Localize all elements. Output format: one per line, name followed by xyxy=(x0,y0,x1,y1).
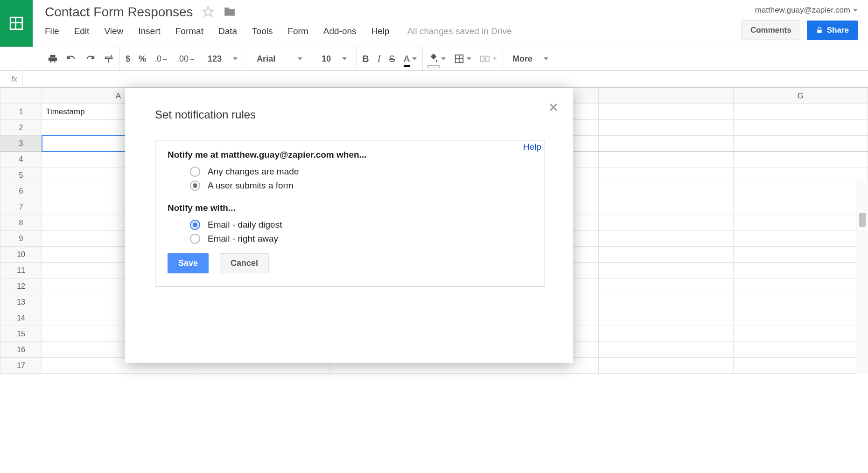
merge-cells-button[interactable] xyxy=(480,54,497,64)
cell[interactable] xyxy=(733,215,868,231)
cell[interactable] xyxy=(733,247,868,263)
cell[interactable] xyxy=(599,120,733,136)
menu-form[interactable]: Form xyxy=(280,24,315,38)
cell[interactable] xyxy=(599,231,733,247)
row-header[interactable]: 6 xyxy=(0,183,42,199)
bold-button[interactable]: B xyxy=(362,54,369,64)
cell[interactable] xyxy=(733,120,868,136)
row-header[interactable]: 5 xyxy=(0,167,42,183)
cell[interactable] xyxy=(599,342,733,358)
select-all-corner[interactable] xyxy=(0,88,42,104)
share-button[interactable]: Share xyxy=(807,21,858,40)
cell[interactable] xyxy=(599,278,733,294)
menu-file[interactable]: File xyxy=(45,24,67,38)
row-header[interactable]: 9 xyxy=(0,231,42,247)
column-header[interactable]: G xyxy=(733,88,868,104)
menu-addons[interactable]: Add-ons xyxy=(316,24,364,38)
row-header[interactable]: 4 xyxy=(0,152,42,167)
font-family-select[interactable]: Arial xyxy=(253,54,306,64)
paint-format-icon[interactable] xyxy=(104,54,114,64)
radio-form-submit[interactable]: A user submits a form xyxy=(190,181,532,191)
cell[interactable] xyxy=(599,167,733,183)
cell[interactable] xyxy=(733,278,868,294)
cell[interactable] xyxy=(599,358,733,374)
menu-format[interactable]: Format xyxy=(168,24,211,38)
decrease-decimal-button[interactable]: .0← xyxy=(154,54,168,64)
radio-right-away[interactable]: Email - right away xyxy=(190,234,532,244)
help-link[interactable]: Help xyxy=(523,142,541,152)
row-header[interactable]: 2 xyxy=(0,120,42,136)
cancel-button[interactable]: Cancel xyxy=(220,253,269,273)
cell[interactable] xyxy=(599,136,733,152)
cell[interactable] xyxy=(733,136,868,152)
row-header[interactable]: 8 xyxy=(0,215,42,231)
cell[interactable] xyxy=(733,167,868,183)
cell[interactable] xyxy=(733,104,868,120)
vertical-scrollbar[interactable] xyxy=(856,180,868,374)
percent-button[interactable]: % xyxy=(139,54,146,64)
menu-edit[interactable]: Edit xyxy=(67,24,97,38)
cell[interactable] xyxy=(733,358,868,374)
menu-insert[interactable]: Insert xyxy=(131,24,168,38)
cell[interactable] xyxy=(733,183,868,199)
account-menu[interactable]: matthew.guay@zapier.com xyxy=(755,6,858,15)
cell[interactable] xyxy=(733,199,868,215)
cell[interactable] xyxy=(599,215,733,231)
cell[interactable] xyxy=(733,310,868,326)
row-header[interactable]: 7 xyxy=(0,199,42,215)
star-icon[interactable] xyxy=(202,6,214,19)
cell[interactable] xyxy=(599,326,733,342)
italic-button[interactable]: I xyxy=(378,54,381,64)
borders-button[interactable] xyxy=(454,54,471,64)
menu-data[interactable]: Data xyxy=(211,24,245,38)
number-format-select[interactable]: 123 xyxy=(204,54,241,64)
cell[interactable] xyxy=(733,326,868,342)
sheets-logo[interactable] xyxy=(0,0,33,47)
row-header[interactable]: 14 xyxy=(0,310,42,326)
save-button[interactable]: Save xyxy=(168,253,209,273)
cell[interactable] xyxy=(733,263,868,278)
cell[interactable] xyxy=(599,294,733,310)
cell[interactable] xyxy=(599,199,733,215)
radio-daily-digest[interactable]: Email - daily digest xyxy=(190,220,532,230)
cell[interactable] xyxy=(599,152,733,167)
row-header[interactable]: 12 xyxy=(0,278,42,294)
cell[interactable] xyxy=(733,294,868,310)
fill-color-button[interactable] xyxy=(428,53,446,65)
column-header[interactable] xyxy=(599,88,733,104)
cell[interactable] xyxy=(733,342,868,358)
print-icon[interactable] xyxy=(48,54,58,64)
menu-tools[interactable]: Tools xyxy=(245,24,280,38)
row-header[interactable]: 16 xyxy=(0,342,42,358)
menu-help[interactable]: Help xyxy=(364,24,397,38)
row-header[interactable]: 1 xyxy=(0,104,42,120)
increase-decimal-button[interactable]: .00→ xyxy=(177,54,196,64)
scrollbar-thumb[interactable] xyxy=(859,213,866,227)
row-header[interactable]: 11 xyxy=(0,263,42,278)
undo-icon[interactable] xyxy=(66,54,77,64)
row-header[interactable]: 10 xyxy=(0,247,42,263)
text-color-button[interactable]: A xyxy=(404,54,417,64)
row-header[interactable]: 3 xyxy=(0,136,42,152)
menu-view[interactable]: View xyxy=(97,24,131,38)
cell[interactable] xyxy=(599,183,733,199)
font-size-select[interactable]: 10 xyxy=(318,54,350,64)
comments-button[interactable]: Comments xyxy=(742,21,800,40)
more-toolbar-button[interactable]: More xyxy=(509,54,552,64)
folder-icon[interactable] xyxy=(224,6,236,19)
row-header[interactable]: 13 xyxy=(0,294,42,310)
row-header[interactable]: 15 xyxy=(0,326,42,342)
cell[interactable] xyxy=(599,247,733,263)
radio-any-changes[interactable]: Any changes are made xyxy=(190,167,532,177)
cell[interactable] xyxy=(599,310,733,326)
formula-input[interactable] xyxy=(22,71,868,87)
document-title[interactable]: Contact Form Responses xyxy=(45,5,193,20)
row-header[interactable]: 17 xyxy=(0,358,42,374)
cell[interactable] xyxy=(733,231,868,247)
cell[interactable] xyxy=(599,263,733,278)
redo-icon[interactable] xyxy=(85,54,95,64)
currency-button[interactable]: $ xyxy=(126,54,130,64)
cell[interactable] xyxy=(599,104,733,120)
strikethrough-button[interactable]: S xyxy=(389,54,395,64)
close-button[interactable] xyxy=(548,102,559,114)
